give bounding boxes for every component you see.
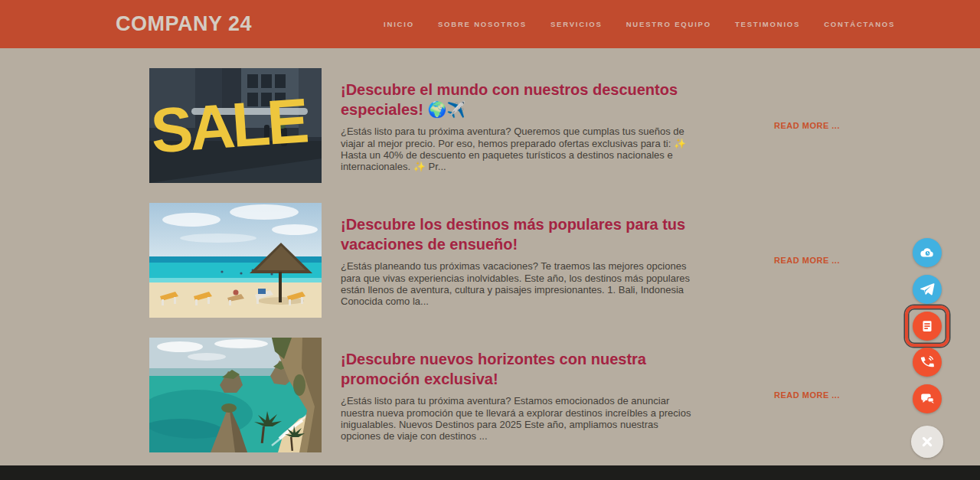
cloud-clock-icon bbox=[919, 244, 936, 261]
footer-bar bbox=[0, 465, 980, 480]
post-title[interactable]: ¡Descubre el mundo con nuestros descuent… bbox=[341, 80, 701, 119]
notes-button[interactable] bbox=[913, 312, 942, 341]
coastal-cliffs-beach-photo[interactable] bbox=[149, 338, 322, 452]
post-excerpt: ¿Estás planeando tus próximas vacaciones… bbox=[341, 260, 701, 307]
main-nav: INICIO SOBRE NOSOTROS SERVICIOS NUESTRO … bbox=[384, 20, 895, 28]
blog-list: SALE ¡Descubre el mundo con nuestros des… bbox=[0, 48, 980, 472]
blog-post: SALE ¡Descubre el mundo con nuestros des… bbox=[149, 68, 980, 183]
cliffs-photo-illustration bbox=[149, 338, 322, 452]
read-more-link[interactable]: READ MORE ... bbox=[774, 256, 840, 265]
read-more-link[interactable]: READ MORE ... bbox=[774, 121, 840, 130]
nav-inicio[interactable]: INICIO bbox=[384, 20, 414, 28]
document-lines-icon bbox=[919, 318, 936, 335]
floating-action-stack bbox=[913, 0, 942, 480]
sale-photo-illustration: SALE bbox=[149, 68, 322, 183]
post-content: ¡Descubre los destinos más populares par… bbox=[341, 203, 701, 318]
close-widget-button[interactable] bbox=[911, 426, 943, 458]
post-title[interactable]: ¡Descubre los destinos más populares par… bbox=[341, 215, 701, 254]
nav-contactanos[interactable]: CONTÁCTANOS bbox=[824, 20, 895, 28]
blog-post: ¡Descubre nuevos horizontes con nuestra … bbox=[149, 338, 980, 452]
sale-sign-text: SALE bbox=[149, 85, 309, 165]
nav-sobre-nosotros[interactable]: SOBRE NOSOTROS bbox=[438, 20, 527, 28]
telegram-plane-icon bbox=[919, 281, 936, 298]
nav-testimonios[interactable]: TESTIMONIOS bbox=[735, 20, 800, 28]
telegram-button[interactable] bbox=[913, 275, 942, 304]
post-excerpt: ¿Estás listo para tu próxima aventura? Q… bbox=[341, 126, 701, 172]
chat-button[interactable] bbox=[913, 384, 942, 413]
site-logo[interactable]: COMPANY 24 bbox=[116, 12, 252, 36]
nav-nuestro-equipo[interactable]: NUESTRO EQUIPO bbox=[626, 20, 711, 28]
top-navbar: COMPANY 24 INICIO SOBRE NOSOTROS SERVICI… bbox=[0, 0, 980, 48]
post-content: ¡Descubre el mundo con nuestros descuent… bbox=[341, 68, 701, 183]
beach-photo-illustration bbox=[149, 203, 322, 318]
sale-window-storefront-photo[interactable]: SALE bbox=[149, 68, 322, 183]
cloud-history-button[interactable] bbox=[913, 238, 942, 267]
post-title[interactable]: ¡Descubre nuevos horizontes con nuestra … bbox=[341, 350, 701, 389]
nav-servicios[interactable]: SERVICIOS bbox=[550, 20, 603, 28]
page: COMPANY 24 INICIO SOBRE NOSOTROS SERVICI… bbox=[0, 0, 980, 480]
phone-call-icon bbox=[919, 354, 936, 371]
post-excerpt: ¿Estás listo para tu próxima aventura? E… bbox=[341, 395, 701, 442]
post-content: ¡Descubre nuevos horizontes con nuestra … bbox=[341, 338, 701, 452]
blog-post: ¡Descubre los destinos más populares par… bbox=[149, 203, 980, 318]
phone-button[interactable] bbox=[913, 348, 942, 377]
chat-bubbles-icon bbox=[919, 390, 936, 407]
tropical-beach-palapa-photo[interactable] bbox=[149, 203, 322, 318]
close-x-icon bbox=[919, 433, 936, 450]
read-more-link[interactable]: READ MORE ... bbox=[774, 390, 840, 400]
